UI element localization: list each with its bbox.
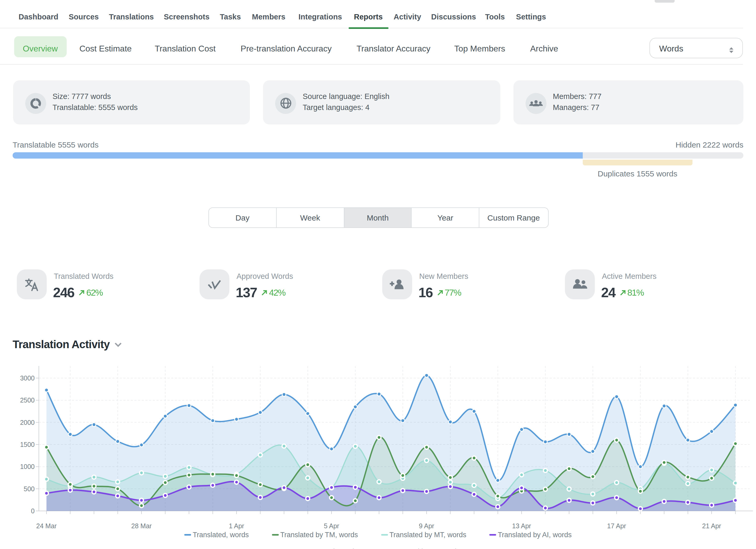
svg-text:1500: 1500 (20, 441, 35, 448)
svg-text:21 Apr: 21 Apr (702, 522, 721, 530)
svg-text:3000: 3000 (20, 374, 35, 382)
svg-text:1000: 1000 (20, 463, 35, 470)
svg-text:1 Apr: 1 Apr (229, 522, 244, 530)
svg-text:0: 0 (31, 507, 35, 515)
svg-text:2000: 2000 (20, 419, 35, 426)
svg-text:17 Apr: 17 Apr (607, 522, 626, 530)
svg-text:9 Apr: 9 Apr (419, 522, 434, 530)
svg-text:24 Mar: 24 Mar (36, 522, 57, 530)
svg-text:2500: 2500 (20, 396, 35, 404)
svg-text:5 Apr: 5 Apr (324, 522, 339, 530)
svg-text:13 Apr: 13 Apr (512, 522, 531, 530)
svg-text:500: 500 (24, 485, 35, 493)
svg-text:28 Mar: 28 Mar (131, 522, 152, 530)
